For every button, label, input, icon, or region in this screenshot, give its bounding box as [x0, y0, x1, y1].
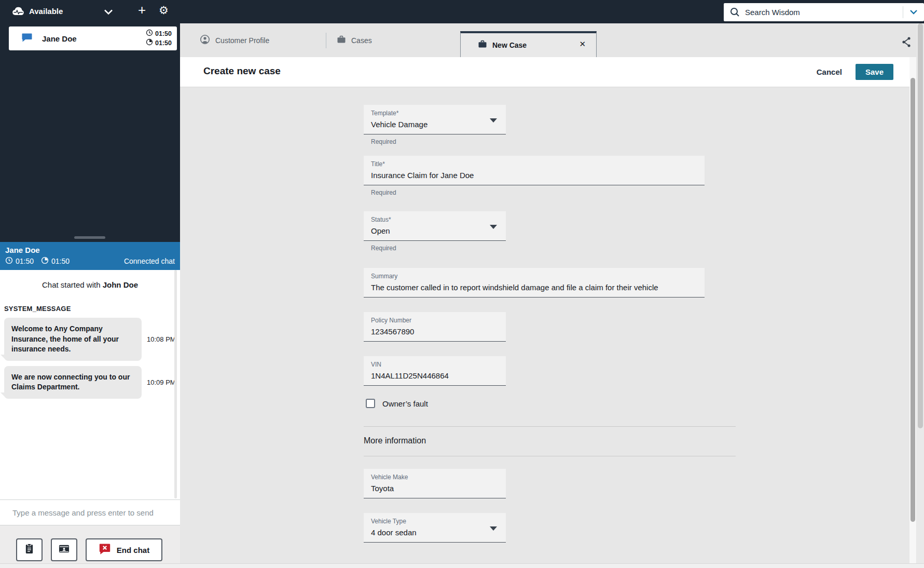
window-scrollbar	[917, 23, 924, 568]
close-tab-icon[interactable]: ✕	[579, 39, 586, 49]
field-label: Status*	[371, 216, 499, 223]
cancel-button[interactable]: Cancel	[817, 67, 842, 76]
chat-started-line: Chat started with John Doe	[0, 280, 180, 289]
tab-cases[interactable]: Cases	[337, 23, 372, 57]
search-input[interactable]	[740, 8, 903, 17]
section-divider	[364, 426, 736, 427]
field-value: Open	[371, 226, 499, 235]
search-icon	[730, 7, 740, 17]
banner-time-duration: 01:50	[51, 257, 70, 265]
summary-field[interactable]: Summary The customer called in to report…	[364, 268, 705, 297]
clipboard-icon	[24, 543, 34, 557]
new-task-plus-icon[interactable]: +	[138, 2, 146, 18]
contact-list-background: Jane Doe 01:50 01:50	[0, 23, 180, 242]
tab-label: Customer Profile	[215, 36, 269, 45]
field-label: VIN	[371, 361, 499, 368]
status-dropdown[interactable]: Status* Open	[364, 211, 506, 241]
chat-controls-footer: End chat	[0, 525, 180, 568]
field-helper: Required	[371, 189, 705, 196]
main-area: Customer Profile Cases New Case ✕ Cr	[180, 23, 924, 563]
chat-scrollbar[interactable]	[174, 270, 177, 498]
tab-label: Cases	[351, 36, 372, 45]
panel-resize-handle[interactable]	[74, 236, 105, 239]
timer-icon	[41, 256, 49, 266]
agent-workspace: Available + ⚙ Jane Doe	[0, 0, 924, 568]
case-form-body: Template* Vehicle Damage Required Title*…	[180, 87, 909, 563]
contact-name: Jane Doe	[42, 34, 77, 43]
id-card-icon	[59, 544, 70, 556]
end-chat-icon	[99, 543, 111, 557]
field-label: Vehicle Make	[371, 474, 499, 481]
message-row: Welcome to Any Company Insurance, the ho…	[4, 318, 176, 361]
case-form-header: Create new case Cancel Save	[180, 57, 909, 87]
briefcase-icon	[337, 35, 346, 46]
contact-time-duration: 01:50	[155, 39, 172, 47]
field-value: 1N4AL11D25N446864	[371, 371, 499, 380]
top-bar: Available + ⚙	[0, 0, 924, 23]
contact-card-jane-doe[interactable]: Jane Doe 01:50 01:50	[9, 26, 177, 50]
message-bubble: We are now connecting you to our Claims …	[4, 366, 142, 399]
chat-started-prefix: Chat started with	[42, 280, 101, 289]
field-value: The customer called in to report windshi…	[371, 283, 697, 292]
vehicle-make-field[interactable]: Vehicle Make Toyota	[364, 469, 506, 498]
owners-fault-checkbox-row[interactable]: Owner’s fault	[366, 399, 428, 408]
banner-contact-name: Jane Doe	[5, 246, 175, 254]
field-value: 4 door sedan	[371, 528, 499, 537]
tab-customer-profile[interactable]: Customer Profile	[200, 23, 269, 57]
connection-status: Connected chat	[124, 257, 175, 265]
chat-started-name: John Doe	[103, 280, 138, 289]
status-chevron-down-icon[interactable]	[104, 8, 113, 17]
field-value: Vehicle Damage	[371, 120, 499, 129]
message-timestamp: 10:08 PM	[147, 335, 176, 343]
vehicle-type-dropdown[interactable]: Vehicle Type 4 door sedan	[364, 513, 506, 543]
person-icon	[200, 34, 210, 46]
page-title: Create new case	[203, 65, 281, 77]
settings-gear-icon[interactable]: ⚙	[159, 4, 169, 17]
checkbox[interactable]	[366, 399, 375, 408]
contact-card-button[interactable]	[51, 538, 77, 561]
field-helper: Required	[371, 245, 506, 252]
save-button[interactable]: Save	[856, 64, 893, 80]
share-icon[interactable]	[901, 36, 912, 50]
template-dropdown[interactable]: Template* Vehicle Damage	[364, 105, 506, 134]
message-bubble: Welcome to Any Company Insurance, the ho…	[4, 318, 142, 361]
field-value: 1234567890	[371, 327, 499, 336]
tab-divider	[326, 33, 326, 48]
bottom-scrollbar-strip	[0, 563, 924, 568]
form-scrollbar	[909, 57, 916, 563]
message-composer	[0, 499, 180, 525]
section-divider	[364, 456, 736, 456]
timer-icon	[146, 38, 153, 48]
agent-status-label: Available	[29, 7, 63, 16]
search-chevron-down-icon[interactable]	[903, 9, 924, 15]
form-scrollbar-thumb[interactable]	[911, 78, 915, 522]
chat-side-panel: Jane Doe 01:50 01:50 Jane Doe	[0, 23, 180, 563]
title-field[interactable]: Title* Insurance Claim for Jane Doe	[364, 156, 705, 185]
field-label: Summary	[371, 273, 697, 280]
field-label: Vehicle Type	[371, 518, 499, 525]
window-scrollbar-thumb[interactable]	[918, 23, 923, 428]
chevron-down-icon	[490, 526, 497, 531]
notes-clipboard-button[interactable]	[16, 538, 43, 561]
message-input[interactable]	[0, 500, 180, 525]
end-chat-button[interactable]: End chat	[86, 538, 162, 561]
tab-label: New Case	[492, 41, 527, 49]
chat-transcript: Chat started with John Doe SYSTEM_MESSAG…	[0, 270, 180, 499]
field-helper: Required	[371, 138, 506, 145]
system-message-label: SYSTEM_MESSAGE	[4, 305, 180, 313]
chat-bubble-icon	[21, 32, 33, 45]
contact-time-elapsed: 01:50	[155, 30, 172, 38]
tab-bar: Customer Profile Cases New Case ✕	[180, 23, 924, 57]
tab-new-case[interactable]: New Case ✕	[460, 31, 597, 57]
chevron-down-icon	[490, 225, 497, 229]
message-timestamp: 10:09 PM	[147, 378, 176, 386]
connected-chat-banner: Jane Doe 01:50 01:50 Connected chat	[0, 242, 180, 270]
end-chat-label: End chat	[117, 546, 149, 555]
policy-number-field[interactable]: Policy Number 1234567890	[364, 312, 506, 342]
field-label: Template*	[371, 110, 499, 117]
field-value: Toyota	[371, 484, 499, 493]
contact-timers: 01:50 01:50	[146, 29, 172, 48]
field-value: Insurance Claim for Jane Doe	[371, 171, 697, 180]
clock-icon	[5, 256, 13, 266]
vin-field[interactable]: VIN 1N4AL11D25N446864	[364, 356, 506, 386]
